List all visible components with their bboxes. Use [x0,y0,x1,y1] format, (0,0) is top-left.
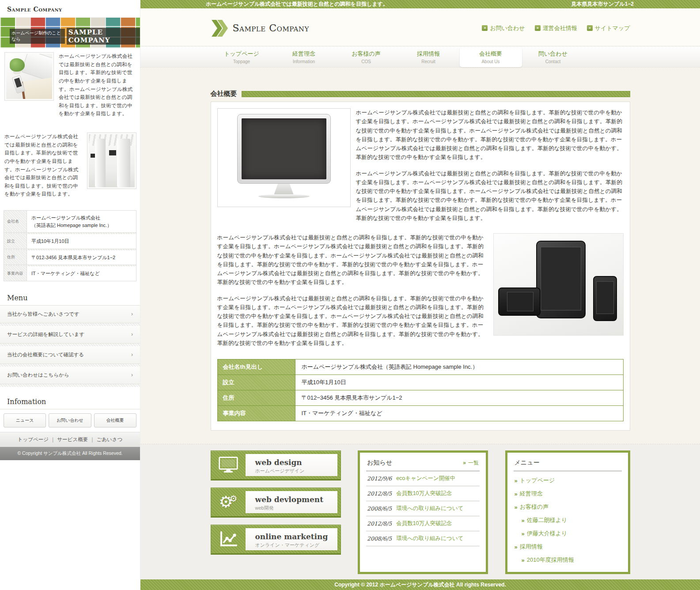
topbar-address: 見本県見本市サンプル1−2 [571,0,634,8]
service-online-marketing-banner[interactable]: online marketing オンライン・マーケティング [211,525,341,555]
page-title: 会社概要 [211,90,237,98]
pillar-illustration [95,139,106,187]
news-link[interactable]: 会員数10万人突破記念 [396,520,452,527]
row-value: ホームページサンプル株式会社（英語表記 Homepage sample Inc.… [295,359,623,375]
news-link[interactable]: 環境への取り組みについて [396,505,463,512]
contact-button[interactable]: お問い合わせ [49,413,91,427]
menu-link-voice-ito[interactable]: »伊藤大介様より [521,527,622,540]
site-logo[interactable]: Sample Company [211,18,309,38]
sidebar-intro-text-2: ホームページサンプル株式会社では最新技術と自然との調和を目指します。革新的な技術… [4,132,82,198]
news-box: お知らせ »一覧 2012/9/6 ecoキャンペーン開催中 2012/8/5 … [358,450,488,574]
table-row: 設立 平成10年1月10日 [217,375,623,390]
about-button[interactable]: 会社概要 [94,413,136,427]
menu-link-toppage[interactable]: »トップページ [514,474,622,487]
sidebar-menu-item-about[interactable]: 当社の会社概要について確認する › [0,346,140,364]
news-link[interactable]: ecoキャンペーン開催中 [396,475,455,482]
nav-label-en: COS [335,59,397,64]
page: Sample Company ホームページ制作のことなら SAMPLE COMP… [0,0,700,590]
menu-link-recruit[interactable]: »採用情報 [514,540,622,553]
arrow-icon: » [515,544,518,550]
footer-link-greeting[interactable]: ごあいさつ [96,437,122,442]
menu-link-customer-voice[interactable]: »お客様の声 [514,500,622,514]
nav-item-contact[interactable]: 問い合わせ Contact [522,46,584,67]
content-area: 会社概要 ホームページサンプル株式会社では最新技術 [140,68,700,579]
nav-label-jp: トップページ [211,50,273,58]
sidebar-menu-title: Menu [0,291,140,306]
nav-label-jp: お客様の声 [335,50,397,58]
header-link-company-info[interactable]: » 運営会社情報 [535,24,577,32]
menu-link-philosophy[interactable]: »経営理念 [514,487,622,500]
about-paragraph: ホームページサンプル株式会社では最新技術と自然との調和を目指します。革新的な技術… [356,108,624,162]
bottom-section: web design ホームページデザイン ⚙⚙ web devlopment … [140,444,700,579]
menu-link-label: 経営理念 [520,490,543,498]
service-subtitle: web開発 [255,505,337,511]
arrow-icon: » [515,477,518,484]
menu-link-voice-sato[interactable]: »佐藤二朗様より [521,514,622,527]
nav-item-about-us[interactable]: 会社概要 About Us [460,46,522,67]
table-row: 会社名th見出し ホームページサンプル株式会社（英語表記 Homepage sa… [217,359,623,375]
footer-link-services[interactable]: サービス概要 [57,437,88,442]
banner-caption: ホームページ制作のことなら [10,29,65,44]
about-text-block-2: ホームページサンプル株式会社では最新技術と自然との調和を目指します。革新的な技術… [217,233,488,348]
sidebar-menu-item-contact[interactable]: お問い合わせはこちらから › [0,367,140,384]
news-link[interactable]: 環境への取り組みについて [396,535,463,542]
page-title-row: 会社概要 [211,90,630,98]
table-row: 住所 〒012−3456 見本県見本市サンプル1−2 [217,390,623,406]
news-more-link[interactable]: »一覧 [463,459,479,467]
site-header: Sample Company » お問い合わせ » 運営会社情報 » サイトマッ… [140,8,700,46]
menu-link-label: 2010年度採用情報 [527,556,574,564]
menu-link-recruit-2010[interactable]: »2010年度採用情報 [521,553,622,567]
nav-label-jp: 問い合わせ [522,50,584,58]
nav-label-jp: 会社概要 [460,50,522,58]
news-link[interactable]: 会員数10万人突破記念 [396,490,452,497]
header-links: » お問い合わせ » 運営会社情報 » サイトマップ [482,24,630,32]
wall-screen-illustration [91,154,95,158]
sidebar-intro-section-2: ホームページサンプル株式会社では最新技術と自然との調和を目指します。革新的な技術… [0,124,140,204]
link-separator: ｜ [90,437,95,442]
menu-list: »トップページ »経営理念 »お客様の声 »佐藤二朗様より »伊藤大介様より »… [514,474,622,567]
phone-landscape-illustration [498,287,541,316]
news-button[interactable]: ニュース [4,413,46,427]
news-item: 2012/8/5 会員数10万人突破記念 [366,516,480,531]
row-label: 住所 [217,390,295,406]
nav-item-customer-voice[interactable]: お客様の声 COS [335,46,397,67]
chevron-right-icon: › [131,352,133,358]
devices-photo [493,233,624,336]
news-list: 2012/9/6 ecoキャンペーン開催中 2012/8/5 会員数10万人突破… [366,471,480,546]
row-label: 設立 [4,234,27,249]
header-link-contact[interactable]: » お問い合わせ [482,24,525,32]
news-title: お知らせ [367,459,392,467]
footer-copyright: Copyright © 2012 ホームページサンプル株式会社 All righ… [334,581,506,589]
desk-photo [4,52,54,101]
news-date: 2012/8/5 [367,490,392,497]
sidebar-menu-item-greeting[interactable]: 当社から皆様へごあいさつです › [0,306,140,323]
footer-link-toppage[interactable]: トップページ [18,437,49,442]
arrow-bullet-icon: » [535,25,541,31]
banner-text-strip: ホームページ制作のことなら SAMPLE COMPANY [0,28,140,45]
nav-label-en: About Us [460,59,522,64]
news-item: 2012/9/6 ecoキャンペーン開催中 [366,471,480,486]
service-web-development-banner[interactable]: ⚙⚙ web devlopment web開発 [211,488,341,518]
nav-item-recruit[interactable]: 採用情報 Recruit [397,46,460,67]
news-item: 2008/6/5 環境への取り組みについて [366,531,480,546]
nav-item-philosophy[interactable]: 経営理念 Information [273,46,335,67]
dotted-divider [0,384,140,387]
row-label: 会社名 [4,211,27,232]
main-site: ホームページサンプル株式会社では最新技術と自然との調和を目指します。 見本県見本… [140,0,700,590]
monitor-screen [242,118,326,179]
monitor-icon [211,451,246,479]
news-date: 2008/6/5 [367,535,392,542]
arrow-bullet-icon: » [587,25,593,31]
header-link-sitemap[interactable]: » サイトマップ [587,24,630,32]
sidebar-menu-item-services[interactable]: サービスの詳細を解説しています › [0,326,140,344]
nav-item-toppage[interactable]: トップページ Toppage [211,46,273,67]
service-label-panel: web devlopment web開発 [246,491,337,513]
sidebar-copyright: © Copyright サンプル株式会社 All Rights Reseved. [0,447,140,460]
sidebar-banner-image: ホームページ制作のことなら SAMPLE COMPANY [0,17,140,48]
header-link-label: 運営会社情報 [543,24,577,32]
service-web-design-banner[interactable]: web design ホームページデザイン [211,450,341,480]
arrow-bullet-icon: » [482,25,488,31]
desk-photo-illustration [6,54,52,99]
row-value: IT・マーケティング・福祉など [27,266,136,281]
news-more-label: 一覧 [468,460,479,466]
